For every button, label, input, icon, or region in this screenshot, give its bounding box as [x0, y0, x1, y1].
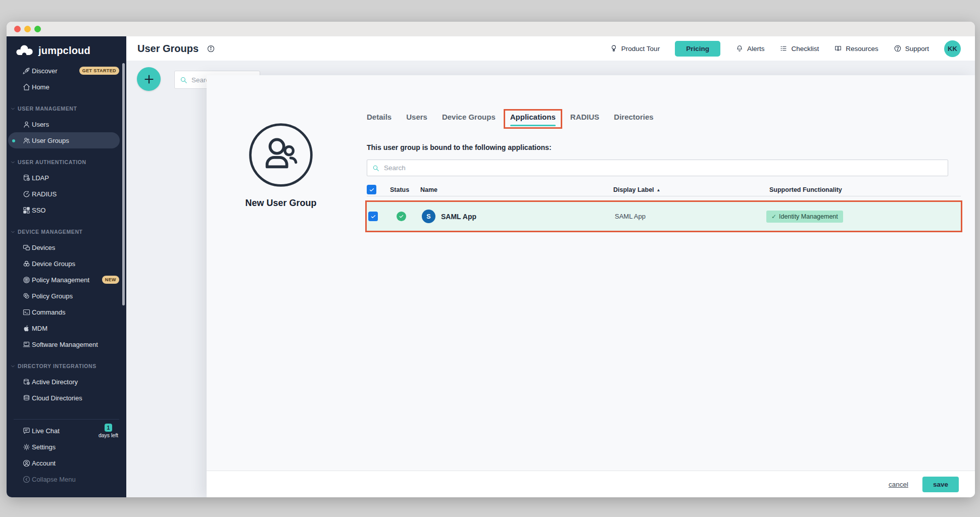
device-group-icon — [22, 260, 31, 268]
app-display-label: SAML App — [615, 213, 766, 220]
chat-icon — [22, 427, 31, 435]
column-supported-functionality: Supported Functionality — [765, 186, 961, 193]
sidebar-section-device-management[interactable]: DEVICE MANAGEMENT — [7, 224, 126, 239]
jumpcloud-cloud-icon — [15, 44, 34, 58]
sidebar-divider — [14, 419, 119, 420]
sidebar-item-software-management[interactable]: Software Management — [7, 336, 126, 352]
header-link-checklist[interactable]: Checklist — [779, 44, 819, 53]
close-window-button[interactable] — [14, 26, 21, 32]
sidebar-item-policy-management[interactable]: Policy Management NEW — [7, 272, 126, 288]
bound-apps-description: This user group is bound to the followin… — [367, 143, 552, 151]
sidebar-item-mdm[interactable]: MDM — [7, 320, 126, 336]
column-display-label[interactable]: Display Label▲ — [613, 186, 765, 193]
home-icon — [22, 83, 31, 91]
user-group-large-icon — [248, 122, 314, 188]
select-all-checkbox[interactable] — [367, 185, 376, 194]
policy-group-icon — [22, 292, 31, 300]
tab-applications[interactable]: Applications — [510, 113, 556, 126]
terminal-icon — [22, 308, 31, 317]
tab-device-groups[interactable]: Device Groups — [442, 113, 496, 126]
plus-icon — [143, 73, 155, 85]
header-link-support[interactable]: Support — [894, 44, 929, 53]
sidebar-item-device-groups[interactable]: Device Groups — [7, 255, 126, 272]
radius-icon — [22, 190, 31, 198]
balloon-icon — [610, 44, 618, 53]
app-name: SAML App — [441, 213, 476, 221]
applications-search-input[interactable] — [367, 160, 948, 176]
sidebar-item-sso[interactable]: SSO — [7, 202, 126, 218]
sidebar-item-account[interactable]: Account — [7, 455, 126, 471]
save-button[interactable]: save — [922, 477, 959, 492]
sidebar-section-user-management[interactable]: USER MANAGEMENT — [7, 101, 126, 116]
sidebar-item-users[interactable]: Users — [7, 116, 126, 132]
check-icon — [399, 214, 404, 219]
header-link-resources[interactable]: Resources — [834, 44, 878, 53]
collapse-icon — [22, 475, 31, 484]
sidebar-item-radius[interactable]: RADIUS — [7, 186, 126, 202]
column-status: Status — [390, 186, 420, 193]
cancel-button[interactable]: cancel — [889, 481, 908, 488]
tab-details[interactable]: Details — [367, 113, 391, 126]
close-icon[interactable] — [950, 86, 964, 100]
sidebar: jumpcloud Discover GET STARTED Home USER… — [7, 36, 126, 497]
drawer-footer: cancel save — [207, 471, 975, 497]
sidebar-item-devices[interactable]: Devices — [7, 239, 126, 255]
jumpcloud-logo[interactable]: jumpcloud — [7, 36, 126, 59]
functionality-badge: ✓Identity Management — [766, 211, 843, 223]
tab-users[interactable]: Users — [406, 113, 427, 126]
check-icon — [370, 214, 376, 220]
row-checkbox[interactable] — [368, 212, 378, 221]
sidebar-item-ldap[interactable]: LDAP — [7, 170, 126, 186]
bell-icon — [736, 44, 744, 53]
sso-icon — [22, 206, 31, 215]
window-titlebar — [7, 22, 975, 36]
header-link-product-tour[interactable]: Product Tour — [610, 44, 660, 53]
rocket-icon — [22, 67, 31, 75]
drawer-tabs: Details Users Device Groups Applications… — [367, 113, 654, 126]
zoom-window-button[interactable] — [34, 26, 41, 32]
sidebar-item-live-chat[interactable]: Live Chat 1days left — [7, 423, 126, 439]
applications-table-header: Status Name Display Label▲ Supported Fun… — [367, 183, 961, 196]
sidebar-item-policy-groups[interactable]: Policy Groups — [7, 288, 126, 304]
apple-icon — [22, 324, 31, 333]
app-avatar: S — [422, 210, 435, 223]
group-preview: New User Group — [215, 122, 347, 209]
info-icon[interactable] — [207, 44, 215, 53]
book-icon — [834, 44, 842, 53]
sidebar-item-collapse-menu[interactable]: Collapse Menu — [7, 471, 126, 487]
header-link-alerts[interactable]: Alerts — [736, 44, 765, 53]
sidebar-section-directory-integrations[interactable]: DIRECTORY INTEGRATIONS — [7, 358, 126, 374]
tab-directories[interactable]: Directories — [614, 113, 653, 126]
highlight-box — [504, 109, 562, 129]
sort-asc-icon: ▲ — [657, 188, 661, 192]
column-name: Name — [420, 186, 613, 193]
pricing-button[interactable]: Pricing — [675, 41, 720, 57]
sidebar-item-active-directory[interactable]: Active Directory — [7, 374, 126, 390]
table-row-saml-app[interactable]: S SAML App SAML App ✓Identity Management — [365, 200, 962, 232]
sidebar-item-user-groups[interactable]: User Groups — [8, 132, 120, 148]
checklist-icon — [779, 44, 788, 53]
chevron-down-icon — [10, 229, 16, 235]
tab-radius[interactable]: RADIUS — [570, 113, 600, 126]
get-started-badge: GET STARTED — [79, 67, 119, 75]
sidebar-section-user-authentication[interactable]: USER AUTHENTICATION — [7, 154, 126, 170]
check-icon: ✓ — [771, 213, 776, 220]
policy-icon — [22, 276, 31, 284]
chevron-down-icon — [10, 364, 16, 369]
page-title: User Groups — [137, 43, 199, 55]
minimize-window-button[interactable] — [24, 26, 31, 32]
add-user-group-button[interactable] — [137, 67, 161, 91]
active-directory-icon — [22, 378, 31, 386]
user-group-icon — [22, 136, 31, 145]
sidebar-item-discover[interactable]: Discover GET STARTED — [7, 63, 126, 79]
sidebar-scrollbar[interactable] — [122, 63, 125, 305]
avatar[interactable]: KK — [944, 40, 961, 57]
chevron-down-icon — [10, 106, 16, 112]
group-name: New User Group — [215, 198, 347, 209]
check-icon — [369, 187, 375, 193]
sidebar-item-cloud-directories[interactable]: Cloud Directories — [7, 390, 126, 406]
devices-icon — [22, 243, 31, 252]
sidebar-item-settings[interactable]: Settings — [7, 439, 126, 455]
sidebar-item-home[interactable]: Home — [7, 79, 126, 95]
sidebar-item-commands[interactable]: Commands — [7, 304, 126, 320]
